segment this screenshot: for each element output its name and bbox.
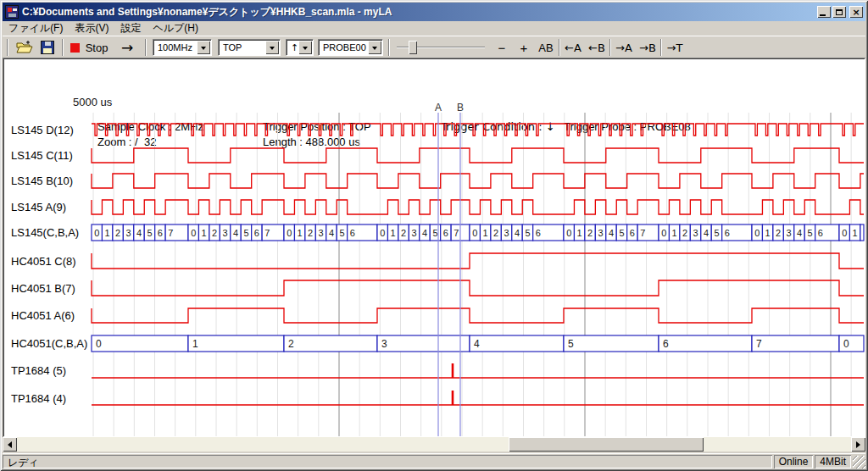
stop-button[interactable]: Stop bbox=[67, 38, 111, 57]
waveform-client-area[interactable]: Sample Clock : 2MHz Trigger Position : T… bbox=[3, 58, 865, 437]
toolbar-separator bbox=[145, 39, 147, 56]
ab-button[interactable]: AB bbox=[535, 38, 557, 57]
left-b-label: ←B bbox=[588, 42, 605, 54]
zoom-slider[interactable] bbox=[393, 38, 488, 57]
trigger-edge-combo[interactable]: ↑ bbox=[286, 39, 314, 56]
scroll-right-button[interactable] bbox=[851, 437, 865, 452]
toolbar-separator bbox=[62, 39, 64, 56]
zoom-in-button[interactable]: + bbox=[514, 38, 534, 57]
channel-label: LS145(C,B,A) bbox=[11, 226, 79, 239]
channel-label: HC4051(C,B,A) bbox=[11, 337, 87, 350]
menu-file[interactable]: ファイル(F) bbox=[3, 20, 69, 36]
length-info: Length : 488.000 us bbox=[263, 136, 360, 148]
toolbar: Stop → 100MHz TOP ↑ PROBE00 − + AB bbox=[3, 36, 865, 58]
horizontal-scrollbar[interactable] bbox=[3, 437, 865, 452]
status-ready: レディ bbox=[3, 455, 772, 468]
right-a-label: →A bbox=[615, 42, 632, 54]
stop-square-icon bbox=[70, 43, 80, 53]
menu-settings[interactable]: 設定 bbox=[114, 20, 147, 36]
app-icon bbox=[5, 5, 19, 19]
channel-label: LS145 D(12) bbox=[11, 124, 74, 136]
status-memory: 4MBit bbox=[815, 455, 851, 468]
dropdown-arrow-icon[interactable] bbox=[368, 41, 381, 54]
maximize-icon bbox=[836, 9, 843, 15]
goto-a-left-button[interactable]: ←A bbox=[562, 38, 584, 57]
sample-clock-combo[interactable]: 100MHz bbox=[153, 39, 212, 56]
sample-clock-info: Sample Clock : 2MHz bbox=[97, 120, 203, 133]
trigger-condition-info: Trigger Condition : ↓ bbox=[441, 120, 555, 133]
trigger-probe-combo[interactable]: PROBE00 bbox=[318, 39, 383, 56]
trigger-probe-value: PROBE00 bbox=[319, 42, 367, 53]
zoom-info: Zoom : / 32 bbox=[97, 136, 156, 148]
save-floppy-icon bbox=[41, 41, 54, 54]
channel-label: TP1684 (4) bbox=[11, 392, 66, 405]
save-button[interactable] bbox=[36, 38, 58, 57]
resize-grip[interactable] bbox=[853, 456, 865, 468]
channel-label: LS145 B(10) bbox=[11, 175, 73, 187]
scroll-right-icon bbox=[856, 441, 864, 448]
open-folder-icon bbox=[16, 41, 33, 54]
toolbar-separator bbox=[609, 39, 611, 56]
status-bar: レディ Online 4MBit bbox=[3, 453, 865, 468]
channel-label: LS145 A(9) bbox=[11, 201, 66, 213]
run-button[interactable]: → bbox=[114, 38, 140, 57]
toolbar-separator bbox=[388, 39, 390, 56]
goto-b-left-button[interactable]: ←B bbox=[586, 38, 608, 57]
zoom-in-label: + bbox=[520, 41, 528, 55]
goto-a-right-button[interactable]: →A bbox=[613, 38, 635, 57]
menu-help[interactable]: ヘルプ(H) bbox=[147, 20, 204, 36]
trigger-probe-info: Trigger Probe : PROBE08 bbox=[564, 120, 691, 133]
left-a-label: ←A bbox=[565, 42, 581, 54]
channel-label: HC4051 C(8) bbox=[11, 255, 76, 268]
window-title: C:¥Documents and Settings¥noname¥デスクトップ¥… bbox=[22, 5, 815, 19]
toolbar-separator bbox=[559, 39, 560, 56]
menu-bar: ファイル(F) 表示(V) 設定 ヘルプ(H) bbox=[3, 21, 865, 36]
ab-label: AB bbox=[538, 42, 553, 54]
menu-view[interactable]: 表示(V) bbox=[69, 20, 114, 36]
zoom-out-button[interactable]: − bbox=[492, 38, 512, 57]
dropdown-arrow-icon[interactable] bbox=[197, 41, 210, 54]
trigger-position-value: TOP bbox=[219, 42, 264, 53]
to-trigger-label: →T bbox=[667, 42, 683, 54]
sample-clock-value: 100MHz bbox=[153, 42, 196, 53]
scrollbar-thumb[interactable] bbox=[509, 437, 704, 452]
trigger-position-combo[interactable]: TOP bbox=[218, 39, 281, 56]
close-button[interactable]: × bbox=[849, 6, 863, 18]
scroll-left-icon bbox=[4, 441, 12, 448]
goto-trigger-button[interactable]: →T bbox=[664, 38, 686, 57]
app-window: C:¥Documents and Settings¥noname¥デスクトップ¥… bbox=[0, 0, 868, 471]
minimize-icon bbox=[820, 14, 826, 16]
slider-thumb[interactable] bbox=[409, 41, 417, 54]
status-online: Online bbox=[774, 455, 814, 468]
toolbar-grip bbox=[7, 39, 8, 56]
channel-label: HC4051 B(7) bbox=[11, 282, 75, 295]
minimize-button[interactable] bbox=[817, 6, 831, 18]
dropdown-arrow-icon[interactable] bbox=[298, 41, 312, 54]
toolbar-separator bbox=[660, 39, 662, 56]
stop-label: Stop bbox=[86, 42, 108, 54]
close-icon: × bbox=[852, 8, 860, 17]
right-b-label: →B bbox=[639, 42, 656, 54]
title-bar[interactable]: C:¥Documents and Settings¥noname¥デスクトップ¥… bbox=[3, 3, 865, 21]
channel-label: HC4051 A(6) bbox=[11, 309, 75, 322]
channel-label: TP1684 (5) bbox=[11, 364, 66, 377]
scroll-left-button[interactable] bbox=[3, 437, 17, 452]
goto-b-right-button[interactable]: →B bbox=[637, 38, 659, 57]
run-arrow-icon: → bbox=[121, 39, 133, 56]
maximize-button[interactable] bbox=[832, 6, 846, 18]
open-file-button[interactable] bbox=[14, 38, 36, 57]
channel-label: LS145 C(11) bbox=[11, 149, 73, 162]
trigger-edge-value: ↑ bbox=[287, 42, 298, 53]
dropdown-arrow-icon[interactable] bbox=[265, 41, 279, 54]
zoom-out-label: − bbox=[498, 41, 506, 55]
trigger-position-info: Trigger Position : TOP bbox=[263, 120, 371, 133]
